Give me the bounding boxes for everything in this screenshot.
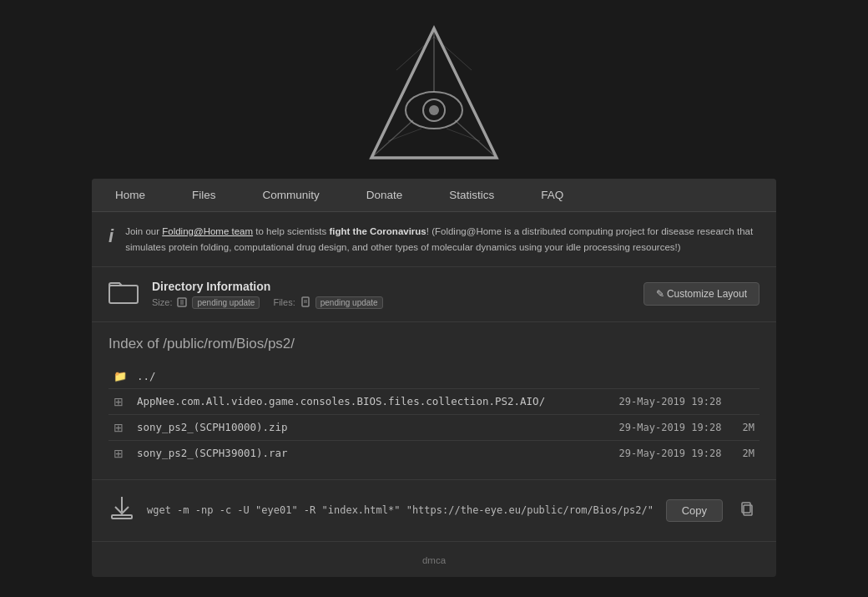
svg-line-5	[371, 120, 413, 158]
logo-svg	[363, 20, 505, 179]
file-name[interactable]: ../	[132, 364, 760, 389]
nav-item-home[interactable]: Home	[92, 179, 169, 211]
index-title-path: /public/rom/Bios/ps2/	[163, 336, 295, 352]
file-name[interactable]: sony_ps2_(SCPH39001).rar	[132, 440, 599, 466]
table-row: ⊞ AppNee.com.All.video.game.consoles.BIO…	[108, 388, 760, 414]
download-icon	[108, 493, 135, 528]
customize-layout-button[interactable]: ✎ Customize Layout	[643, 282, 760, 306]
file-icon: ⊞	[108, 388, 132, 414]
nav-item-donate[interactable]: Donate	[343, 179, 426, 211]
nav-item-faq[interactable]: FAQ	[517, 179, 587, 211]
file-size: 2M	[734, 440, 760, 466]
svg-line-9	[388, 129, 421, 141]
table-row: ⊞ sony_ps2_(SCPH10000).zip 29-May-2019 1…	[108, 414, 760, 440]
file-icon: ⊞	[108, 440, 132, 466]
clipboard-icon	[739, 501, 754, 516]
dir-meta: Size: pending update Files: pending upda…	[152, 296, 630, 309]
page-wrapper: Home Files Community Donate Statistics F…	[92, 20, 776, 577]
table-row: ⊞ sony_ps2_(SCPH39001).rar 29-May-2019 1…	[108, 440, 760, 466]
info-icon: i	[108, 225, 114, 247]
nav-item-statistics[interactable]: Statistics	[426, 179, 517, 211]
dir-details: Directory Information Size: pending upda…	[152, 280, 630, 309]
copy-button[interactable]: Copy	[666, 499, 723, 522]
svg-rect-19	[112, 515, 132, 519]
nav-item-community[interactable]: Community	[240, 179, 343, 211]
files-meta: Files: pending update	[273, 296, 382, 309]
nav-bar: Home Files Community Donate Statistics F…	[92, 179, 776, 212]
svg-rect-11	[109, 286, 138, 303]
file-icon: 📁	[108, 364, 132, 389]
dmca-link[interactable]: dmca	[422, 555, 446, 565]
files-icon	[300, 296, 311, 308]
file-list: 📁 ../ ⊞ AppNee.com.All.video.game.consol…	[108, 364, 760, 466]
index-title-prefix: Index of	[108, 336, 163, 352]
table-row: 📁 ../	[108, 364, 760, 389]
size-value: pending update	[192, 296, 260, 309]
svg-point-3	[429, 105, 439, 115]
folding-home-link[interactable]: Folding@Home team	[162, 226, 253, 236]
size-meta: Size: pending update	[152, 296, 260, 309]
index-title: Index of /public/rom/Bios/ps2/	[108, 336, 760, 352]
file-icon: ⊞	[108, 414, 132, 440]
files-label: Files:	[273, 297, 295, 307]
logo-area	[92, 20, 776, 179]
file-date: 29-May-2019 19:28	[599, 388, 734, 414]
download-command: wget -m -np -c -U "eye01" -R "index.html…	[147, 504, 654, 516]
svg-line-10	[447, 129, 480, 141]
file-name[interactable]: AppNee.com.All.video.game.consoles.BIOS.…	[132, 388, 599, 414]
info-banner: i Join our Folding@Home team to help sci…	[92, 212, 776, 267]
info-text: Join our Folding@Home team to help scien…	[125, 224, 760, 255]
files-value: pending update	[315, 296, 383, 309]
file-date: 29-May-2019 19:28	[599, 414, 734, 440]
file-size	[734, 388, 760, 414]
svg-line-6	[455, 120, 497, 158]
copy-icon-button[interactable]	[734, 498, 760, 523]
file-size: 2M	[734, 414, 760, 440]
size-icon	[176, 296, 188, 308]
dir-title: Directory Information	[152, 280, 630, 293]
size-label: Size:	[152, 297, 172, 307]
file-date: 29-May-2019 19:28	[599, 440, 734, 466]
file-index: Index of /public/rom/Bios/ps2/ 📁 ../ ⊞ A…	[92, 322, 776, 480]
dir-info: Directory Information Size: pending upda…	[92, 267, 776, 322]
file-name[interactable]: sony_ps2_(SCPH10000).zip	[132, 414, 599, 440]
folder-icon	[108, 279, 139, 310]
download-section: wget -m -np -c -U "eye01" -R "index.html…	[92, 480, 776, 542]
main-card: Home Files Community Donate Statistics F…	[92, 179, 776, 577]
nav-item-files[interactable]: Files	[169, 179, 240, 211]
footer: dmca	[92, 542, 776, 577]
